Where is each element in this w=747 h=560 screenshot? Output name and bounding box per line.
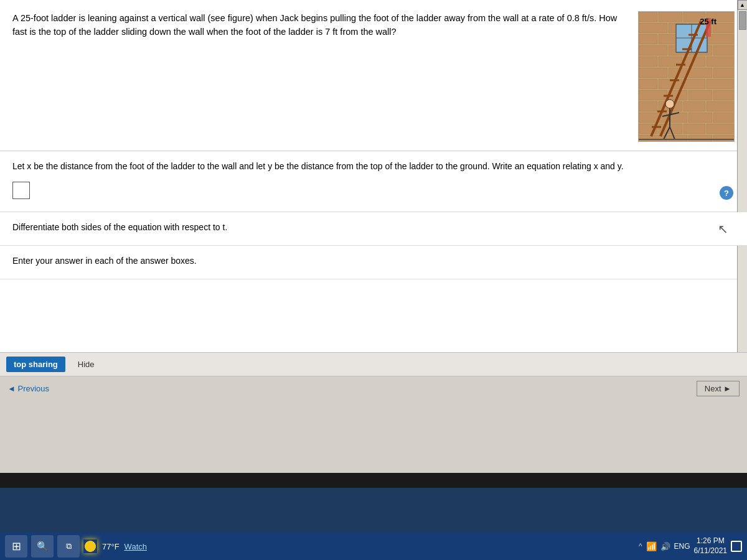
ladder-image: 25 ft — [638, 11, 735, 142]
svg-rect-47 — [688, 135, 712, 142]
svg-rect-43 — [684, 124, 705, 134]
svg-rect-33 — [639, 101, 657, 111]
svg-rect-24 — [713, 68, 735, 78]
system-tray: ^ 📶 🔊 ENG 1:26 PM 6/11/2021 — [639, 536, 742, 556]
date-label: 6/11/2021 — [694, 546, 727, 556]
step2-text: Differentiate both sides of the equation… — [12, 221, 710, 234]
hide-button[interactable]: Hide — [72, 357, 101, 372]
svg-rect-20 — [707, 57, 735, 67]
svg-rect-44 — [707, 124, 735, 134]
start-button[interactable]: ⊞ — [5, 535, 27, 558]
scrollbar-right: ▲ ▼ — [737, 0, 747, 386]
svg-rect-37 — [639, 113, 667, 123]
svg-rect-8 — [713, 23, 735, 33]
time-label: 1:26 PM — [694, 536, 727, 546]
question-text: A 25-foot ladder is leaning against a ve… — [12, 11, 638, 142]
chevron-up-icon[interactable]: ^ — [639, 542, 642, 551]
svg-rect-9 — [639, 34, 657, 44]
help-button[interactable]: ? — [720, 186, 733, 200]
weather-watch-label[interactable]: Watch — [125, 542, 147, 551]
step1-text: Let x be the distance from the foot of t… — [12, 160, 728, 173]
svg-rect-16 — [713, 45, 735, 55]
scroll-thumb[interactable] — [739, 11, 746, 30]
content-area: A 25-foot ladder is leaning against a ve… — [0, 0, 747, 386]
step3-section: Enter your answer in each of the answer … — [0, 246, 747, 279]
main-screen: ⚙ A 25-foot ladder is leaning against a … — [0, 0, 747, 473]
taskbar-bar: ⊞ 🔍 ⧉ 77°F Watch ^ 📶 🔊 ENG 1:26 PM 6/11/… — [0, 533, 747, 560]
svg-point-61 — [665, 100, 674, 108]
cursor-arrow-icon: ↖ — [718, 222, 728, 236]
help-icon: ? — [724, 189, 729, 198]
next-button[interactable]: Next ► — [697, 381, 740, 396]
svg-rect-17 — [639, 57, 657, 67]
step1-section: Let x be the distance from the foot of t… — [0, 151, 747, 212]
step2-section: Differentiate both sides of the equation… — [0, 212, 747, 246]
scroll-up-arrow[interactable]: ▲ — [738, 0, 748, 10]
taskbar: ⊞ 🔍 ⧉ 77°F Watch ^ 📶 🔊 ENG 1:26 PM 6/11/… — [0, 488, 747, 560]
svg-rect-46 — [669, 135, 687, 142]
svg-rect-39 — [688, 113, 712, 123]
svg-rect-23 — [688, 68, 712, 78]
svg-rect-1 — [639, 12, 657, 22]
audio-icon: 🔊 — [660, 542, 670, 551]
svg-rect-21 — [639, 68, 667, 78]
navigation-bar: ◄ Previous Next ► — [0, 376, 747, 401]
svg-rect-2 — [659, 12, 682, 22]
svg-rect-31 — [688, 90, 712, 100]
ladder-label: 25 ft — [700, 17, 716, 26]
svg-rect-45 — [639, 135, 667, 142]
question-section: A 25-foot ladder is leaning against a ve… — [0, 0, 747, 151]
previous-button[interactable]: ◄ Previous — [7, 384, 49, 393]
svg-rect-29 — [639, 90, 667, 100]
temperature-label: 77°F — [102, 542, 120, 551]
weather-section: 77°F Watch — [83, 539, 147, 553]
step3-text: Enter your answer in each of the answer … — [12, 254, 728, 268]
svg-rect-13 — [639, 45, 667, 55]
svg-rect-48 — [713, 135, 735, 142]
language-label: ENG — [674, 542, 690, 551]
svg-rect-5 — [639, 23, 667, 33]
svg-rect-36 — [707, 101, 735, 111]
search-icon: 🔍 — [37, 541, 49, 552]
top-sharing-button[interactable]: top sharing — [6, 357, 65, 372]
notification-button[interactable] — [731, 541, 742, 552]
taskview-icon: ⧉ — [66, 541, 72, 551]
clock: 1:26 PM 6/11/2021 — [694, 536, 727, 556]
search-button[interactable]: 🔍 — [31, 535, 54, 558]
equation-input[interactable] — [12, 182, 30, 199]
svg-rect-32 — [713, 90, 735, 100]
svg-rect-27 — [684, 79, 705, 89]
ladder-illustration — [639, 12, 735, 142]
svg-rect-25 — [639, 79, 657, 89]
weather-icon — [83, 539, 97, 553]
svg-rect-28 — [707, 79, 735, 89]
taskview-button[interactable]: ⧉ — [57, 535, 80, 558]
windows-icon: ⊞ — [12, 539, 21, 553]
svg-rect-40 — [713, 113, 735, 123]
bottom-toolbar: top sharing Hide — [0, 352, 747, 376]
wifi-icon: 📶 — [646, 541, 657, 551]
svg-rect-35 — [684, 101, 705, 111]
